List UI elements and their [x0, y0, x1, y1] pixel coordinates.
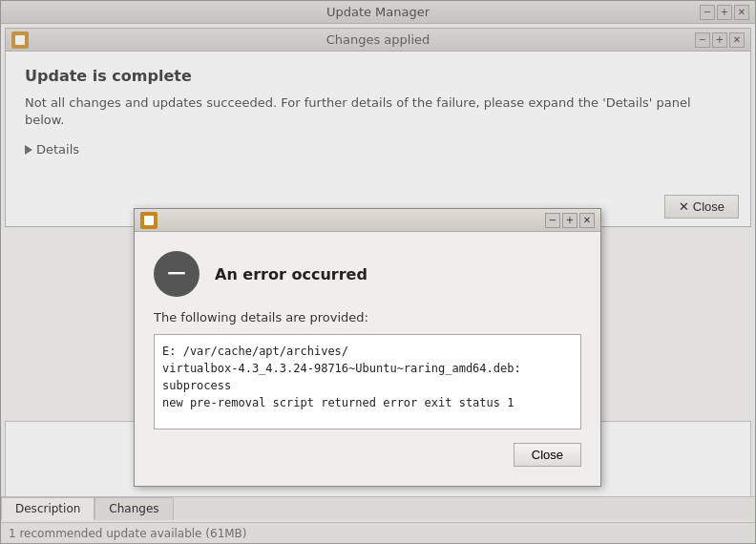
- error-titlebar: − + ✕: [135, 209, 600, 232]
- error-minimize-button[interactable]: −: [545, 213, 560, 228]
- error-subtitle: The following details are provided:: [154, 310, 581, 324]
- error-dialog-icon: [140, 212, 158, 229]
- error-close-row: Close: [154, 443, 581, 467]
- error-close-button-main[interactable]: Close: [514, 443, 581, 467]
- error-dialog-buttons: − + ✕: [545, 213, 595, 228]
- error-text-content: E: /var/cache/apt/archives/virtualbox-4.…: [162, 345, 521, 409]
- error-title-text: An error occurred: [215, 265, 368, 283]
- error-body: An error occurred The following details …: [135, 232, 600, 486]
- error-textbox: E: /var/cache/apt/archives/virtualbox-4.…: [154, 334, 581, 429]
- error-dialog: − + ✕ An error occurred The following de…: [134, 208, 601, 487]
- error-circle-icon: [154, 251, 200, 297]
- error-header: An error occurred: [154, 251, 581, 297]
- error-maximize-button[interactable]: +: [562, 213, 578, 228]
- error-close-button[interactable]: ✕: [579, 213, 595, 228]
